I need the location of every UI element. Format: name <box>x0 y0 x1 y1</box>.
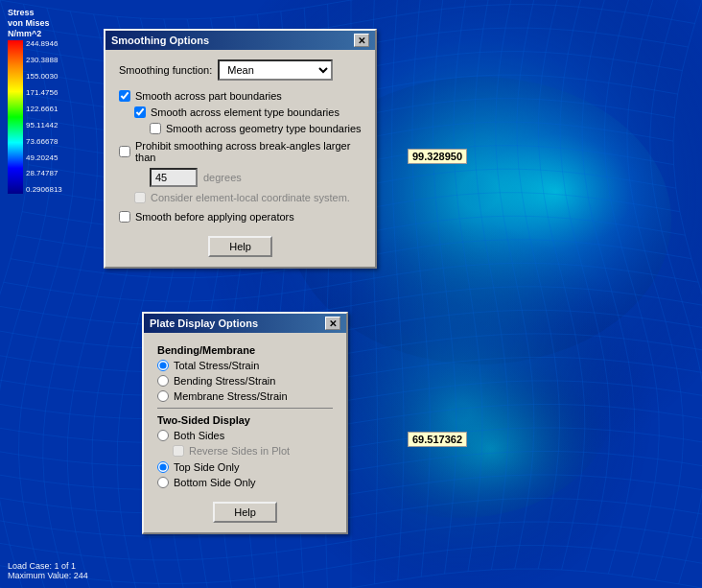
coordinate-system-row: Consider element-local coordinate system… <box>119 192 362 203</box>
coordinate-system-checkbox[interactable] <box>134 192 146 203</box>
legend-label-1: 230.3888 <box>26 57 62 64</box>
reverse-sides-label: Reverse Sides in Plot <box>189 445 290 457</box>
smoothing-help-button[interactable]: Help <box>208 236 272 257</box>
legend-label-8: 28.74787 <box>26 170 62 177</box>
legend-label-3: 171.4756 <box>26 89 62 97</box>
smoothing-function-select[interactable]: Mean <box>218 59 333 81</box>
smooth-before-row: Smooth before applying operators <box>119 211 362 223</box>
legend-label-2: 155.0030 <box>26 73 62 81</box>
top-side-row: Top Side Only <box>157 461 333 473</box>
bending-stress-radio[interactable] <box>157 375 169 387</box>
smoothing-dialog-title: Smoothing Options <box>111 35 209 46</box>
smooth-across-parts-label: Smooth across part boundaries <box>135 90 282 102</box>
smoothing-close-button[interactable]: ✕ <box>354 34 369 47</box>
two-sided-section-label: Two-Sided Display <box>157 414 333 426</box>
legend-label-4: 122.6661 <box>26 106 62 113</box>
bottom-side-label: Bottom Side Only <box>174 477 256 488</box>
plate-help-button[interactable]: Help <box>213 502 277 523</box>
color-legend: Stressvon MisesN/mm^2 244.8946 230.3888 … <box>8 8 62 194</box>
plate-dialog-title: Plate Display Options <box>150 318 258 329</box>
bottom-side-row: Bottom Side Only <box>157 477 333 488</box>
smooth-across-geometry-checkbox[interactable] <box>150 123 161 134</box>
prohibit-smoothing-label: Prohibit smoothing across break-angles l… <box>135 140 362 163</box>
smoothing-dialog: Smoothing Options ✕ Smoothing function: … <box>104 29 377 269</box>
reverse-sides-checkbox[interactable] <box>173 445 184 457</box>
smooth-across-parts-row: Smooth across part boundaries <box>119 90 362 102</box>
plate-dialog-titlebar[interactable]: Plate Display Options ✕ <box>144 314 346 333</box>
smooth-across-geometry-label: Smooth across geometry type boundaries <box>166 123 362 134</box>
top-side-label: Top Side Only <box>174 461 239 473</box>
prohibit-smoothing-row: Prohibit smoothing across break-angles l… <box>119 140 362 163</box>
prohibit-smoothing-checkbox[interactable] <box>119 146 130 157</box>
bending-membrane-section-label: Bending/Membrane <box>157 344 333 356</box>
smooth-before-label: Smooth before applying operators <box>135 211 294 223</box>
smoothing-dialog-titlebar[interactable]: Smoothing Options ✕ <box>105 31 375 50</box>
legend-label-5: 95.11442 <box>26 122 62 129</box>
mesh-value-2: 69.517362 <box>408 432 467 447</box>
bottom-side-radio[interactable] <box>157 477 169 488</box>
coordinate-system-label: Consider element-local coordinate system… <box>151 192 350 203</box>
smooth-across-element-checkbox[interactable] <box>134 106 146 118</box>
smooth-across-element-row: Smooth across element type boundaries <box>119 106 362 118</box>
reverse-sides-row: Reverse Sides in Plot <box>157 445 333 457</box>
degrees-unit-label: degrees <box>203 172 242 183</box>
legend-bar <box>8 40 23 194</box>
total-stress-row: Total Stress/Strain <box>157 360 333 371</box>
legend-label-9: 0.2906813 <box>26 186 62 194</box>
smoothing-function-label: Smoothing function: <box>119 64 212 76</box>
bending-stress-row: Bending Stress/Strain <box>157 375 333 387</box>
total-stress-radio[interactable] <box>157 360 169 371</box>
legend-label-7: 49.20245 <box>26 154 62 162</box>
load-case-label: Load Case: 1 of 1 <box>8 561 88 571</box>
plate-display-dialog: Plate Display Options ✕ Bending/Membrane… <box>142 312 348 534</box>
legend-labels: 244.8946 230.3888 155.0030 171.4756 122.… <box>26 40 62 194</box>
smooth-across-parts-checkbox[interactable] <box>119 90 130 102</box>
both-sides-label: Both Sides <box>174 430 224 441</box>
membrane-stress-label: Membrane Stress/Strain <box>174 390 288 402</box>
membrane-stress-row: Membrane Stress/Strain <box>157 390 333 402</box>
both-sides-row: Both Sides <box>157 430 333 441</box>
smooth-across-element-label: Smooth across element type boundaries <box>151 106 339 118</box>
smooth-before-checkbox[interactable] <box>119 211 130 223</box>
bottom-info: Load Case: 1 of 1 Maximum Value: 244 <box>8 561 88 580</box>
plate-close-button[interactable]: ✕ <box>325 317 340 330</box>
bending-stress-label: Bending Stress/Strain <box>174 375 275 387</box>
legend-label-0: 244.8946 <box>26 40 62 48</box>
total-stress-label: Total Stress/Strain <box>174 360 259 371</box>
legend-title: Stressvon MisesN/mm^2 <box>8 8 50 38</box>
degrees-input[interactable] <box>150 168 198 187</box>
membrane-stress-radio[interactable] <box>157 390 169 402</box>
divider-1 <box>157 408 333 409</box>
degrees-row: degrees <box>119 168 362 187</box>
svg-point-2 <box>307 288 614 518</box>
max-value-label: Maximum Value: 244 <box>8 571 88 580</box>
mesh-value-1: 99.328950 <box>408 149 467 164</box>
smooth-across-geometry-row: Smooth across geometry type boundaries <box>119 123 362 134</box>
legend-label-6: 73.66678 <box>26 138 62 146</box>
top-side-radio[interactable] <box>157 461 169 473</box>
both-sides-radio[interactable] <box>157 430 169 441</box>
